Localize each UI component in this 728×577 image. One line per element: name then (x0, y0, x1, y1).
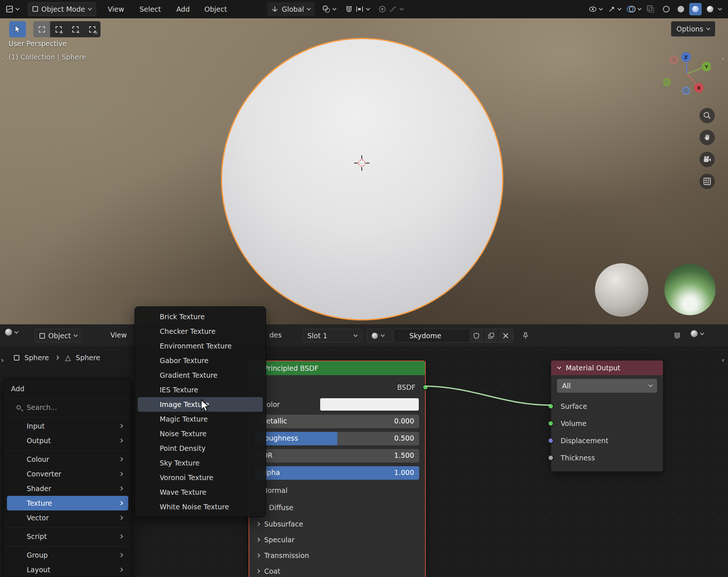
viewport-3d[interactable]: + − ∩ User Perspective (1) Collection | … (0, 18, 728, 324)
menu-item-colour[interactable]: Colour (7, 452, 128, 467)
menu-search-field[interactable]: Search... (7, 400, 128, 415)
shading-wireframe-button[interactable] (660, 3, 672, 15)
menu-select[interactable]: Select (140, 5, 161, 13)
submenu-item-ies-texture[interactable]: IES Texture (138, 382, 263, 397)
surface-socket[interactable] (548, 403, 554, 409)
menu-object[interactable]: Object (204, 5, 227, 13)
sphere-object[interactable] (221, 38, 503, 320)
metallic-row: Metallic 0.000 (249, 413, 425, 430)
submenu-item-point-density[interactable]: Point Density (138, 441, 263, 456)
pin-button[interactable] (520, 331, 531, 340)
volume-socket[interactable] (548, 421, 554, 426)
path-object-name[interactable]: Sphere (24, 354, 49, 362)
proportional-group[interactable] (379, 6, 403, 12)
slot-dropdown[interactable]: Slot 1 (303, 329, 362, 343)
menu-item-input[interactable]: Input (7, 419, 128, 433)
gizmos-dropdown[interactable] (608, 5, 621, 13)
editor-type-button[interactable] (6, 5, 19, 13)
editor-overlays-dropdown[interactable] (691, 330, 704, 337)
pivot-dropdown[interactable] (323, 5, 336, 13)
alpha-row: Alpha 1.000 (249, 464, 425, 482)
displacement-socket[interactable] (548, 438, 554, 444)
submenu-item-wave-texture[interactable]: Wave Texture (138, 485, 263, 499)
submenu-item-noise-texture[interactable]: Noise Texture (138, 426, 263, 441)
menu-view[interactable]: View (108, 5, 124, 13)
output-node-header[interactable]: Material Output (551, 361, 663, 375)
snap-group[interactable] (345, 5, 369, 13)
section-specular[interactable]: Specular (249, 532, 425, 547)
section-subsurface[interactable]: Subsurface (249, 516, 425, 532)
orientation-dropdown[interactable]: Global (267, 2, 315, 16)
submenu-item-white-noise-texture[interactable]: White Noise Texture (138, 499, 263, 514)
material-output-node[interactable]: Material Output All Surface Volume Displ… (551, 360, 663, 472)
submenu-item-gabor-texture[interactable]: Gabor Texture (138, 353, 263, 368)
zoom-button[interactable] (699, 108, 715, 123)
unlink-material-button[interactable]: × (498, 329, 513, 342)
xray-toggle[interactable] (647, 5, 654, 13)
submenu-item-gradient-texture[interactable]: Gradient Texture (138, 368, 263, 382)
navigation-gizmo[interactable]: Z Y X (663, 51, 711, 99)
new-material-button[interactable] (484, 329, 498, 342)
section-coat[interactable]: Coat (249, 563, 425, 577)
submenu-item-environment-texture[interactable]: Environment Texture (138, 339, 263, 353)
fake-user-button[interactable] (469, 329, 484, 342)
mode-dropdown[interactable]: Object Mode (28, 2, 96, 16)
shading-rendered-button[interactable] (704, 3, 716, 15)
menu-item-shader[interactable]: Shader (7, 481, 128, 496)
roughness-slider[interactable]: Roughness 0.500 (255, 432, 419, 445)
submenu-item-sky-texture[interactable]: Sky Texture (138, 456, 263, 470)
auto-snap-button[interactable] (672, 330, 683, 341)
ortho-toggle-button[interactable] (699, 174, 715, 189)
gizmo-y-neg-axis[interactable] (663, 79, 670, 86)
menu-item-converter[interactable]: Converter (7, 467, 128, 481)
editor-type-button[interactable] (5, 329, 18, 336)
menu-item-output[interactable]: Output (7, 433, 128, 448)
output-target-dropdown[interactable]: All (557, 379, 657, 393)
submenu-item-voronoi-texture[interactable]: Voronoi Texture (138, 470, 263, 485)
menu-add[interactable]: Add (176, 5, 190, 13)
shading-material-button[interactable] (689, 3, 702, 15)
menu-item-texture[interactable]: Texture (7, 496, 128, 510)
sidebar-toggle-left[interactable]: › (1, 54, 4, 63)
select-mode-intersect[interactable]: ∩ (84, 21, 101, 37)
options-button[interactable]: Options (671, 21, 715, 37)
bsdf-output-socket[interactable] (422, 384, 428, 390)
use-nodes-label-fragment[interactable]: des (269, 331, 282, 339)
color-swatch[interactable] (320, 398, 419, 411)
select-mode-subtract[interactable]: − (67, 21, 84, 37)
pan-button[interactable] (699, 130, 715, 145)
select-mode-extend[interactable]: + (50, 21, 67, 37)
gizmo-x-neg-axis[interactable] (670, 56, 678, 63)
editor-sidebar-toggle-right[interactable]: ‹ (721, 355, 725, 365)
thickness-socket[interactable] (548, 455, 554, 461)
shading-dropdown-chevron[interactable] (718, 6, 722, 10)
menu-item-vector[interactable]: Vector (7, 510, 128, 525)
alpha-slider[interactable]: Alpha 1.000 (255, 466, 419, 480)
material-name-field[interactable]: Skydome (394, 332, 469, 340)
submenu-item-brick-texture[interactable]: Brick Texture (138, 309, 263, 324)
sidebar-toggle-right[interactable]: ‹ (721, 54, 725, 63)
material-browse-dropdown[interactable] (367, 329, 393, 343)
camera-view-button[interactable] (699, 152, 715, 167)
bsdf-node-header[interactable]: Principled BSDF (249, 361, 425, 375)
principled-bsdf-node[interactable]: Principled BSDF BSDF Color Metallic 0.00… (249, 361, 426, 577)
ior-slider[interactable]: IOR 1.500 (255, 449, 419, 463)
collapse-chevron-icon[interactable] (557, 365, 561, 369)
select-mode-set[interactable] (33, 21, 50, 37)
shader-type-dropdown[interactable]: Object (35, 329, 82, 343)
path-mesh-name[interactable]: Sphere (76, 354, 100, 362)
visibility-dropdown[interactable] (589, 6, 602, 12)
editor-menu-view[interactable]: View (110, 331, 127, 339)
menu-item-layout[interactable]: Layout (7, 562, 128, 577)
active-tool-select-button[interactable] (9, 21, 26, 37)
menu-item-script[interactable]: Script (7, 529, 128, 544)
menu-item-group[interactable]: Group (7, 548, 128, 562)
shading-solid-button[interactable] (675, 3, 687, 15)
section-transmission[interactable]: Transmission (249, 547, 425, 563)
submenu-item-magic-texture[interactable]: Magic Texture (138, 412, 263, 426)
submenu-item-checker-texture[interactable]: Checker Texture (138, 324, 263, 339)
metallic-slider[interactable]: Metallic 0.000 (255, 415, 419, 428)
editor-sidebar-toggle-left[interactable]: › (1, 355, 4, 365)
overlays-dropdown[interactable] (627, 5, 641, 13)
gizmo-z-neg-axis[interactable] (682, 87, 690, 94)
